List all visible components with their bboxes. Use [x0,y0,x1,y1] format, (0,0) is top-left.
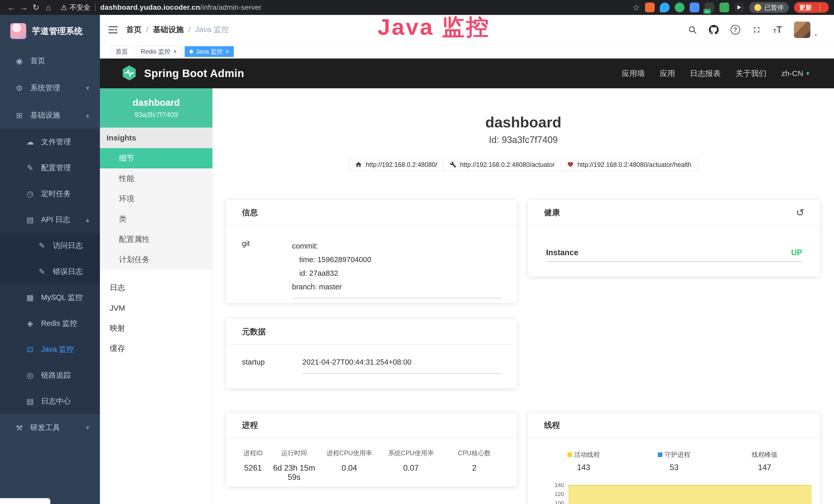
security-chip[interactable]: ⚠ 不安全 [61,3,90,12]
user-avatar[interactable] [794,22,810,38]
profile-paused-badge[interactable]: 已暂停 [749,2,789,13]
extension-icon-blue-grid[interactable] [690,3,699,12]
sidebar-label: 链路追踪 [41,370,71,381]
bookmark-star-icon[interactable]: ☆ [632,3,640,12]
help-icon[interactable]: ? [730,25,740,35]
sidebar-item-redis-monitor[interactable]: ◈ Redis 监控 [0,311,100,336]
breadcrumb-home[interactable]: 首页 [126,24,141,35]
chevron-up-icon: ▴ [86,112,89,119]
legend-live-threads: 活动线程 [539,450,629,459]
fullscreen-icon[interactable] [752,25,761,35]
extension-icon-dark-play[interactable] [734,3,744,12]
close-icon[interactable]: × [173,48,177,55]
app-logo-avatar [10,23,26,39]
extension-icon-leaf[interactable] [720,3,729,12]
tab-java-monitor[interactable]: Java 监控 × [185,46,234,57]
breadcrumb-infrastructure[interactable]: 基础设施 [153,24,184,35]
sba-nav-applications[interactable]: 应用 [660,68,675,79]
sidebar-item-access-logs[interactable]: ✎ 访问日志 [0,233,100,258]
chrome-update-button[interactable]: 更新 ⋮ [794,2,829,13]
metadata-card: 元数据 startup 2021-04-27T00:44:31.254+08:0… [226,319,517,388]
sidebar-item-scheduled-tasks[interactable]: ◷ 定时任务 [0,181,100,207]
sidebar-item-dev-tools[interactable]: ⚒ 研发工具 ▾ [0,414,100,441]
hamburger-icon[interactable] [108,24,118,35]
col-process-cpu: 进程CPU使用率 [319,449,380,457]
sidebar-item-system-management[interactable]: ⚙ 系统管理 ▾ [0,74,100,102]
process-values: 5261 6d 23h 15m 59s 0.04 0.07 2 [226,463,517,482]
extension-icon-tampermonkey[interactable]: on [705,3,714,12]
search-icon[interactable] [688,25,697,35]
tab-label: 首页 [115,47,128,56]
sba-item-mappings[interactable]: 映射 [100,318,213,338]
cloud-icon: ☁ [25,137,35,146]
sba-item-logs[interactable]: 日志 [100,278,213,298]
card-title: 线程 [544,420,560,431]
edit-icon: ✎ [37,241,47,250]
font-size-big: T [776,25,782,35]
sba-item-caches[interactable]: 缓存 [100,338,213,359]
sba-nav-about[interactable]: 关于我们 [736,68,766,79]
browser-menu-icon[interactable]: ⋮ [816,3,824,12]
sidebar-item-config-management[interactable]: ✎ 配置管理 [0,155,100,181]
legend-label: 线程峰值 [752,451,777,458]
gear-icon: ⚙ [14,84,24,93]
threads-values: 143 53 147 [528,463,820,472]
git-id-line: id: 27aa832 [292,267,501,280]
sba-instance-header[interactable]: dashboard 93a3fc7f7409 [100,88,213,128]
metadata-row-label: startup [242,358,302,373]
info-row-label: git [242,239,292,298]
sba-item-jvm[interactable]: JVM [100,298,213,318]
extension-icon-orange[interactable] [645,3,655,12]
instance-url-link[interactable]: http://192.168.0.2:48080/ [349,158,444,171]
history-icon[interactable]: ↺ [796,207,804,218]
card-title: 进程 [242,420,258,431]
github-icon[interactable] [709,25,719,35]
sidebar-item-error-logs[interactable]: ✎ 错误日志 [0,258,100,284]
close-icon[interactable]: × [225,48,229,55]
breadcrumb: 首页 / 基础设施 / Java 监控 [126,24,229,35]
sidebar-item-file-management[interactable]: ☁ 文件管理 [0,129,100,155]
tab-redis-monitor[interactable]: Redis 监控 × [136,46,182,57]
clock-icon: ◷ [25,189,35,198]
sba-nav-wallboard[interactable]: 应用墙 [621,68,645,79]
health-url-link[interactable]: http://192.168.0.2:48080/actuator/health [561,158,698,171]
back-icon[interactable]: ← [5,1,18,14]
sba-item-environment[interactable]: 环境 [100,189,213,209]
sidebar-item-log-center[interactable]: ▤ 日志中心 [0,388,100,414]
col-system-cpu: 系统CPU使用率 [380,449,442,457]
sba-item-metrics[interactable]: 性能 [100,168,213,189]
sba-nav-journal[interactable]: 日志报表 [690,68,721,79]
home-icon[interactable]: ⌂ [42,1,54,14]
health-instance-row[interactable]: Instance UP [546,248,802,262]
edit-icon: ✎ [37,267,47,276]
sba-item-config-props[interactable]: 配置属性 [100,229,213,250]
tampermonkey-on-badge: on [704,9,711,14]
link-label: http://192.168.0.2:48080/ [366,161,437,168]
monitor-icon: ⊡ [25,345,35,354]
col-pid: 进程ID [236,449,270,457]
sba-language-select[interactable]: zh-CN ▾ [781,69,809,78]
sba-brand-title[interactable]: Spring Boot Admin [144,67,244,79]
tab-home[interactable]: 首页 [111,46,133,57]
sidebar-item-api-logs[interactable]: ▤ API 日志 ▴ [0,207,100,233]
actuator-url-link[interactable]: http://192.168.0.2:48080/actuator [443,158,561,171]
sba-item-scheduled-tasks[interactable]: 计划任务 [100,250,213,270]
font-size-icon[interactable]: TT [773,25,782,35]
info-row-value: commit: time: 1596289704000 id: 27aa832 … [292,239,501,298]
chevron-up-icon: ▴ [86,216,89,223]
url-bar[interactable]: dashboard.yudao.iocoder.cn/infra/admin-s… [100,3,262,12]
extension-icon-drop[interactable] [660,3,670,12]
sidebar-item-tracing[interactable]: ◎ 链路追踪 [0,362,100,388]
sidebar-item-infrastructure[interactable]: ⊞ 基础设施 ▴ [0,102,100,129]
sba-item-details[interactable]: 细节 [100,148,213,168]
reload-icon[interactable]: ↻ [30,1,42,14]
sidebar-item-java-monitor[interactable]: ⊡ Java 监控 [0,336,100,362]
browser-status-bubble [0,498,50,504]
sidebar-item-mysql-monitor[interactable]: ▦ MySQL 监控 [0,284,100,311]
forward-icon[interactable]: → [18,1,30,14]
sba-item-classes[interactable]: 类 [100,209,213,229]
extension-icon-green-circle[interactable] [675,3,684,12]
sidebar-item-home[interactable]: ◉ 首页 [0,47,100,74]
dashboard-icon: ◉ [14,56,24,66]
annotation-java-monitor: Java 监控 [378,12,490,42]
